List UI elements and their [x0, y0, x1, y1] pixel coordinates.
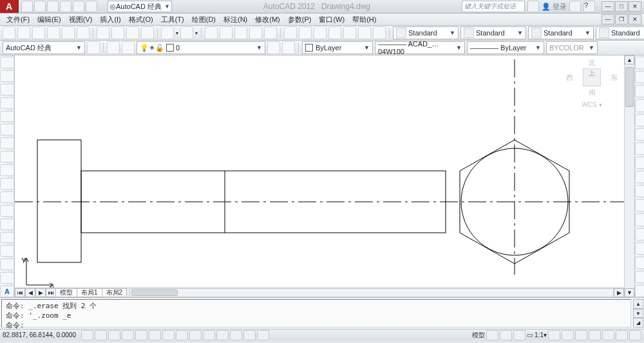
- tab-layout1[interactable]: 布局1: [77, 288, 102, 297]
- layer-dropdown[interactable]: 💡 ☀ 🔓 0 ▼: [137, 41, 265, 54]
- zoom-win-icon[interactable]: [234, 26, 247, 39]
- insert-icon[interactable]: [0, 205, 14, 217]
- zoom-rt-icon[interactable]: [220, 26, 232, 39]
- circle-icon[interactable]: [0, 137, 14, 149]
- status-clean-icon[interactable]: [629, 330, 641, 340]
- break-icon[interactable]: [635, 228, 644, 240]
- point-icon[interactable]: [0, 232, 14, 244]
- preview-icon[interactable]: [62, 26, 75, 39]
- status-space[interactable]: 模型: [472, 331, 485, 340]
- workspace-dropdown-title[interactable]: ◎ AutoCAD 经典 ▼: [108, 1, 172, 12]
- new-icon[interactable]: [3, 26, 15, 39]
- status-snap-icon[interactable]: [95, 330, 107, 340]
- sheet-set-icon[interactable]: [343, 26, 356, 39]
- menu-tools[interactable]: 工具(T): [158, 14, 187, 25]
- status-ortho-icon[interactable]: [122, 330, 134, 340]
- tab-last-icon[interactable]: ⏭: [46, 288, 56, 297]
- properties-icon[interactable]: [299, 26, 312, 39]
- status-infer-icon[interactable]: [81, 330, 93, 340]
- layer-states-icon[interactable]: [122, 41, 135, 54]
- close-button[interactable]: ✕: [629, 1, 641, 12]
- view-cube[interactable]: 北 西 上 东 南 WCS ▾: [566, 59, 618, 108]
- status-annovis-icon[interactable]: [562, 330, 574, 340]
- polygon-icon[interactable]: [0, 97, 14, 109]
- status-annoauto-icon[interactable]: [548, 330, 560, 340]
- print-icon[interactable]: [47, 26, 60, 39]
- cmd-scroll-down-icon[interactable]: ▼: [633, 309, 643, 318]
- undo-icon[interactable]: [161, 26, 174, 39]
- scale-icon[interactable]: [635, 157, 644, 169]
- block-icon[interactable]: [0, 219, 14, 230]
- ellipse-icon[interactable]: [0, 178, 14, 190]
- rectangle-icon[interactable]: [0, 111, 14, 122]
- layer-iso-icon[interactable]: [267, 41, 280, 54]
- copy-icon[interactable]: [111, 26, 124, 39]
- status-ducs-icon[interactable]: [189, 330, 202, 340]
- status-sc-icon[interactable]: [257, 330, 269, 340]
- copy-obj-icon[interactable]: [635, 71, 644, 83]
- qat-redo-icon[interactable]: [73, 1, 84, 12]
- cut-icon[interactable]: [97, 26, 109, 39]
- v-scrollbar[interactable]: ▲ ▼: [624, 55, 634, 297]
- search-icon[interactable]: [527, 1, 539, 12]
- status-iso-icon[interactable]: [616, 330, 628, 340]
- mtext-icon[interactable]: A: [0, 286, 14, 297]
- menu-file[interactable]: 文件(F): [4, 14, 32, 25]
- command-history[interactable]: 命令: _.erase 找到 2 个 命令: '_.zoom _e 命令:: [1, 299, 631, 328]
- revcloud-icon[interactable]: [0, 151, 14, 162]
- tab-prev-icon[interactable]: ◀: [25, 288, 35, 297]
- ellipse-arc-icon[interactable]: [0, 191, 14, 203]
- login-link[interactable]: 👤 登录: [542, 2, 567, 12]
- coordinates[interactable]: 82.8817, 66.8144, 0.0000: [3, 331, 80, 338]
- layer-prev-icon[interactable]: [282, 41, 295, 54]
- match-icon[interactable]: [141, 26, 154, 39]
- status-qvlay-icon[interactable]: [513, 330, 526, 340]
- mleader-style-dropdown[interactable]: Standard▼: [596, 26, 644, 39]
- status-3dosnap-icon[interactable]: [162, 330, 175, 340]
- stretch-icon[interactable]: [635, 171, 644, 183]
- v-scroll-thumb[interactable]: [625, 67, 634, 107]
- trim-icon[interactable]: [635, 185, 644, 197]
- pline-icon[interactable]: [0, 84, 14, 95]
- cmd-resize-icon[interactable]: ◢: [633, 318, 643, 328]
- markup-icon[interactable]: [358, 26, 371, 39]
- text-style-dropdown[interactable]: Standard▼: [393, 26, 459, 39]
- layer-properties-icon[interactable]: [107, 41, 120, 54]
- status-ws-icon[interactable]: [575, 330, 587, 340]
- qat-open-icon[interactable]: [34, 1, 46, 12]
- explode-icon[interactable]: [635, 285, 644, 297]
- gradient-icon[interactable]: [0, 259, 14, 270]
- tool-palettes-icon[interactable]: [328, 26, 341, 39]
- v-scroll-up-icon[interactable]: ▲: [625, 55, 634, 64]
- tab-layout2[interactable]: 布局2: [102, 288, 128, 297]
- publish-icon[interactable]: [77, 26, 90, 39]
- wcs-dropdown[interactable]: WCS ▾: [566, 101, 618, 108]
- minimize-button[interactable]: —: [601, 1, 614, 12]
- join-icon[interactable]: [635, 242, 644, 255]
- ucs-icon[interactable]: [284, 26, 297, 39]
- status-dyn-icon[interactable]: [203, 330, 215, 340]
- xline-icon[interactable]: [0, 70, 14, 82]
- mirror-icon[interactable]: [635, 85, 644, 97]
- table-style-dropdown[interactable]: Standard▼: [528, 26, 594, 39]
- menu-format[interactable]: 格式(O): [126, 14, 156, 25]
- break-pt-icon[interactable]: [635, 213, 644, 226]
- dim-style-dropdown[interactable]: Standard▼: [460, 26, 526, 39]
- status-lock-icon[interactable]: [589, 330, 601, 340]
- array-icon[interactable]: [635, 114, 644, 126]
- anno-scale[interactable]: ▭ 1:1▾: [527, 331, 547, 338]
- search-input[interactable]: 键入关键字或短语: [462, 1, 525, 12]
- zoom-prev-icon[interactable]: [249, 26, 262, 39]
- menu-window[interactable]: 窗口(W): [316, 14, 347, 25]
- tab-next-icon[interactable]: ▶: [35, 288, 46, 297]
- status-otrack-icon[interactable]: [176, 330, 188, 340]
- status-grid-icon[interactable]: [108, 330, 120, 340]
- cmd-scroll-up-icon[interactable]: ▲: [633, 299, 643, 309]
- plotstyle-dropdown[interactable]: BYCOLOR▼: [546, 41, 598, 54]
- status-qv-icon[interactable]: [500, 330, 512, 340]
- erase-icon[interactable]: [635, 57, 644, 69]
- hatch-icon[interactable]: [0, 245, 14, 257]
- cube-top-face[interactable]: 上: [583, 68, 601, 86]
- arc-icon[interactable]: [0, 124, 14, 135]
- doc-restore-button[interactable]: ❐: [615, 14, 628, 24]
